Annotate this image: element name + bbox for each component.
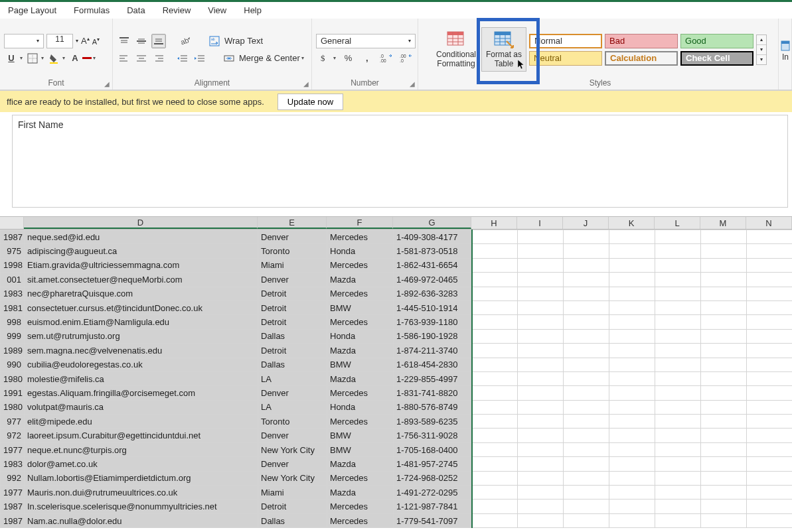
col-header-L[interactable]: L: [655, 217, 700, 229]
cell-empty[interactable]: [747, 457, 793, 471]
col-header-J[interactable]: J: [563, 217, 609, 229]
cell[interactable]: Mazda: [327, 486, 394, 499]
number-format-select[interactable]: General ▾: [316, 34, 416, 48]
cell-empty[interactable]: [655, 415, 701, 429]
cell-empty[interactable]: [609, 442, 655, 456]
table-row[interactable]: 998euismod.enim.Etiam@Namligula.eduDetro…: [1, 315, 793, 329]
cell[interactable]: BMW: [327, 429, 394, 442]
cell[interactable]: Etiam.gravida@ultriciessemmagna.com: [25, 258, 258, 272]
cell[interactable]: adipiscing@augueut.ca: [25, 244, 258, 258]
format-as-table-button[interactable]: Format as Table: [481, 27, 526, 71]
cell-empty[interactable]: [701, 273, 747, 287]
cell-empty[interactable]: [609, 513, 655, 527]
cell[interactable]: Toronto: [258, 244, 327, 258]
cell[interactable]: elit@mipede.edu: [25, 415, 258, 429]
cell-empty[interactable]: [609, 486, 655, 499]
cell-empty[interactable]: [655, 371, 701, 385]
align-left-icon[interactable]: [117, 51, 131, 66]
cell[interactable]: BMW: [327, 442, 394, 456]
cell[interactable]: Mercedes: [327, 287, 394, 300]
cell-empty[interactable]: [655, 273, 701, 287]
font-color-icon[interactable]: A: [68, 51, 82, 66]
cell[interactable]: Detroit: [258, 315, 327, 329]
cell[interactable]: 1-724-968-0252: [394, 471, 472, 485]
cell[interactable]: 1998: [1, 258, 25, 272]
comma-icon[interactable]: ,: [360, 51, 374, 66]
cell[interactable]: molestie@mifelis.ca: [25, 371, 258, 385]
cell-empty[interactable]: [747, 371, 793, 385]
cell[interactable]: Nam.ac.nulla@dolor.edu: [25, 513, 258, 527]
cell[interactable]: Mazda: [327, 371, 394, 385]
cell[interactable]: Dallas: [258, 358, 327, 371]
decrease-font-icon[interactable]: A▾: [92, 36, 100, 46]
cell[interactable]: consectetuer.cursus.et@tinciduntDonec.co…: [25, 300, 258, 314]
cell-empty[interactable]: [701, 300, 747, 314]
worksheet-grid[interactable]: 1987neque.sed@id.eduDenverMercedes1-409-…: [0, 230, 792, 532]
cell-empty[interactable]: [747, 499, 793, 513]
cell-empty[interactable]: [655, 386, 701, 400]
cell-empty[interactable]: [564, 358, 609, 371]
font-family-select[interactable]: ▾: [4, 34, 44, 48]
cell-empty[interactable]: [609, 273, 655, 287]
cell-empty[interactable]: [747, 315, 793, 329]
increase-font-icon[interactable]: A▴: [81, 36, 90, 46]
table-row[interactable]: 990cubilia@eudoloregestas.co.ukDallasBMW…: [1, 358, 793, 371]
alignment-dialog-launcher[interactable]: ◢: [303, 80, 309, 88]
cell[interactable]: Detroit: [258, 300, 327, 314]
cell-empty[interactable]: [701, 499, 747, 513]
cell[interactable]: sem.magna.nec@velvenenatis.edu: [25, 344, 258, 358]
style-normal[interactable]: Normal: [529, 34, 602, 48]
cell-empty[interactable]: [472, 329, 518, 343]
cell[interactable]: 1-121-987-7841: [394, 499, 472, 513]
cell[interactable]: 992: [1, 471, 25, 485]
cell-empty[interactable]: [747, 358, 793, 371]
cell-empty[interactable]: [747, 400, 793, 414]
table-row[interactable]: 977elit@mipede.eduTorontoMercedes1-893-5…: [1, 415, 793, 429]
cell-empty[interactable]: [564, 273, 609, 287]
cell[interactable]: New York City: [258, 471, 327, 485]
cell[interactable]: Nullam.lobortis@Etiamimperdietdictum.org: [25, 471, 258, 485]
cell[interactable]: dolor@amet.co.uk: [25, 457, 258, 471]
table-row[interactable]: 1980volutpat@mauris.caLAHonda1-880-576-8…: [1, 400, 793, 414]
table-row[interactable]: 1987neque.sed@id.eduDenverMercedes1-409-…: [1, 230, 793, 244]
cell-empty[interactable]: [564, 471, 609, 485]
cell-empty[interactable]: [747, 244, 793, 258]
cell-empty[interactable]: [518, 371, 564, 385]
cell-empty[interactable]: [747, 230, 793, 244]
cell[interactable]: Denver: [258, 230, 327, 244]
merge-center-icon[interactable]: [222, 51, 236, 66]
cell-empty[interactable]: [609, 400, 655, 414]
cell[interactable]: Denver: [258, 457, 327, 471]
cell[interactable]: 1991: [1, 386, 25, 400]
cell-empty[interactable]: [564, 344, 609, 358]
cell[interactable]: Detroit: [258, 287, 327, 300]
cell[interactable]: Denver: [258, 429, 327, 442]
cell[interactable]: cubilia@eudoloregestas.co.uk: [25, 358, 258, 371]
cell-empty[interactable]: [472, 499, 518, 513]
cell-empty[interactable]: [518, 442, 564, 456]
cell-empty[interactable]: [747, 344, 793, 358]
cell-empty[interactable]: [701, 471, 747, 485]
cell-empty[interactable]: [701, 258, 747, 272]
tab-formulas[interactable]: Formulas: [74, 5, 110, 15]
decrease-decimal-icon[interactable]: .00.0: [399, 51, 414, 66]
wrap-text-icon[interactable]: ab: [207, 34, 222, 48]
cell-empty[interactable]: [701, 429, 747, 442]
cell-empty[interactable]: [518, 273, 564, 287]
cell-empty[interactable]: [609, 344, 655, 358]
cell-empty[interactable]: [655, 486, 701, 499]
cell-empty[interactable]: [747, 300, 793, 314]
cell-empty[interactable]: [701, 457, 747, 471]
cell-empty[interactable]: [609, 300, 655, 314]
style-neutral[interactable]: Neutral: [529, 51, 602, 66]
cell[interactable]: 1983: [1, 457, 25, 471]
cell[interactable]: 1977: [1, 486, 25, 499]
merge-center-label[interactable]: Merge & Center: [239, 53, 300, 63]
style-calculation[interactable]: Calculation: [605, 51, 678, 66]
cell-empty[interactable]: [655, 344, 701, 358]
cell-empty[interactable]: [701, 315, 747, 329]
cell[interactable]: 1-409-308-4177: [394, 230, 472, 244]
cell-empty[interactable]: [609, 457, 655, 471]
tab-data[interactable]: Data: [127, 5, 145, 15]
cell[interactable]: 1981: [1, 300, 25, 314]
